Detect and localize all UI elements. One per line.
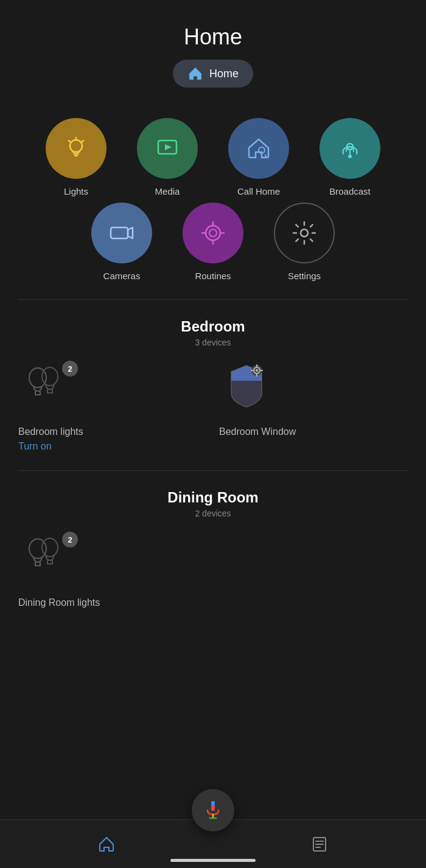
header: Home Home: [0, 0, 426, 100]
action-routines[interactable]: Routines: [170, 203, 256, 281]
svg-line-4: [69, 141, 70, 142]
lights-label: Lights: [64, 186, 88, 196]
bedroom-window-icon-wrap: [219, 359, 280, 420]
home-selector[interactable]: Home: [173, 60, 253, 88]
svg-point-12: [206, 226, 220, 240]
svg-point-13: [209, 229, 217, 237]
svg-marker-6: [165, 144, 172, 150]
bedroom-lights-badge: 2: [62, 361, 78, 377]
svg-point-38: [42, 538, 58, 557]
svg-point-23: [42, 367, 58, 386]
nav-home[interactable]: [74, 830, 139, 859]
action-broadcast[interactable]: Broadcast: [307, 118, 393, 196]
broadcast-icon: [336, 134, 364, 162]
callhome-label: Call Home: [237, 186, 280, 196]
bedroom-window-card[interactable]: Bedroom Window: [219, 359, 408, 452]
nav-notes-icon: [311, 836, 328, 853]
mic-icon: [203, 800, 223, 821]
svg-point-29: [256, 369, 258, 372]
settings-icon: [290, 219, 318, 247]
svg-line-3: [82, 141, 83, 142]
dining-lights-card[interactable]: 2 Dining Room lights: [18, 530, 408, 612]
bedroom-section: Bedroom 3 devices: [0, 312, 426, 458]
bottom-indicator: [170, 859, 256, 862]
house-icon: [187, 66, 203, 82]
routines-label: Routines: [195, 271, 231, 281]
home-selector-label: Home: [209, 68, 239, 80]
svg-rect-11: [111, 227, 128, 238]
dining-devices: 2 Dining Room lights: [18, 530, 408, 612]
media-icon: [153, 134, 181, 162]
media-circle: [137, 118, 198, 179]
mic-fab[interactable]: [192, 789, 234, 832]
dining-lights-name: Dining Room lights: [18, 597, 100, 608]
svg-rect-46: [211, 801, 215, 806]
svg-rect-45: [211, 806, 215, 811]
svg-point-18: [301, 229, 308, 237]
bedroom-window-icon: [219, 359, 274, 414]
quick-actions-grid: Lights Media Call Home: [0, 100, 426, 287]
bedroom-window-name: Bedroom Window: [219, 426, 296, 437]
svg-point-0: [194, 69, 198, 73]
nav-notes[interactable]: [287, 830, 352, 859]
page-title: Home: [12, 24, 414, 50]
divider-1: [18, 299, 408, 300]
bedroom-lights-name: Bedroom lights: [18, 426, 83, 437]
settings-circle: [274, 203, 335, 263]
lights-circle: [46, 118, 106, 179]
action-settings[interactable]: Settings: [262, 203, 347, 281]
divider-2: [18, 470, 408, 471]
action-callhome[interactable]: Call Home: [216, 118, 301, 196]
media-label: Media: [155, 186, 180, 196]
bedroom-subtitle: 3 devices: [18, 338, 408, 347]
main-content: Home Home Lights: [0, 0, 426, 715]
dining-section: Dining Room 2 devices: [0, 483, 426, 618]
bedroom-lights-card[interactable]: 2 Bedroom lights Turn on: [18, 359, 207, 452]
broadcast-circle: [320, 118, 380, 179]
action-cameras[interactable]: Cameras: [79, 203, 164, 281]
nav-home-icon: [98, 836, 115, 853]
svg-point-9: [348, 155, 352, 158]
settings-label: Settings: [288, 271, 321, 281]
dining-subtitle: 2 devices: [18, 509, 408, 518]
action-lights[interactable]: Lights: [33, 118, 119, 196]
action-media[interactable]: Media: [125, 118, 210, 196]
dining-title: Dining Room: [18, 489, 408, 506]
lightbulb-icon: [62, 134, 90, 162]
bedroom-lights-action[interactable]: Turn on: [18, 441, 52, 452]
bedroom-title: Bedroom: [18, 318, 408, 335]
callhome-icon: [245, 134, 273, 162]
dining-lights-badge: 2: [62, 532, 78, 547]
svg-point-1: [70, 140, 82, 152]
cameras-circle: [91, 203, 152, 263]
bedroom-lights-icon-wrap: 2: [18, 359, 79, 420]
routines-circle: [183, 203, 243, 263]
callhome-circle: [228, 118, 289, 179]
bedroom-devices: 2 Bedroom lights Turn on: [18, 359, 408, 452]
dining-lights-icon-wrap: 2: [18, 530, 79, 591]
routines-icon: [199, 219, 227, 247]
cameras-label: Cameras: [103, 271, 141, 281]
camera-icon: [108, 219, 136, 247]
broadcast-label: Broadcast: [329, 186, 371, 196]
